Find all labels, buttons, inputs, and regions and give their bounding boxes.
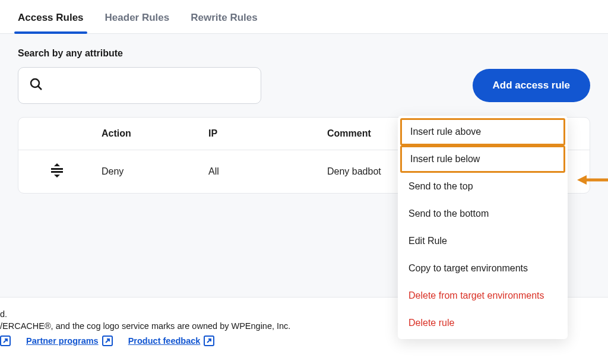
svg-rect-4 bbox=[51, 171, 63, 173]
annotation-arrow-icon bbox=[577, 173, 608, 186]
tab-rewrite-rules[interactable]: Rewrite Rules bbox=[191, 12, 257, 33]
search-label: Search by any attribute bbox=[18, 48, 590, 59]
column-header-action: Action bbox=[96, 118, 202, 150]
search-input[interactable] bbox=[50, 80, 250, 91]
external-link-icon bbox=[204, 335, 214, 346]
cell-ip: All bbox=[202, 150, 321, 194]
svg-marker-2 bbox=[54, 163, 60, 166]
row-context-menu: Insert rule above Insert rule below Send… bbox=[398, 116, 568, 339]
partner-programs-link[interactable]: Partner programs bbox=[26, 335, 113, 346]
drag-handle-icon[interactable] bbox=[49, 163, 65, 178]
partner-programs-label: Partner programs bbox=[26, 336, 99, 346]
tab-header-rules[interactable]: Header Rules bbox=[105, 12, 170, 33]
svg-point-0 bbox=[31, 79, 39, 87]
search-row: Add access rule bbox=[18, 67, 590, 104]
search-box[interactable] bbox=[18, 67, 261, 104]
menu-delete-environments[interactable]: Delete from target environments bbox=[398, 282, 568, 309]
column-header-ip: IP bbox=[202, 118, 321, 150]
menu-copy-environments[interactable]: Copy to target environments bbox=[398, 255, 568, 282]
search-icon bbox=[29, 77, 43, 94]
menu-send-top[interactable]: Send to the top bbox=[398, 173, 568, 200]
cell-action: Deny bbox=[96, 150, 202, 194]
product-feedback-label: Product feedback bbox=[128, 336, 201, 346]
svg-line-1 bbox=[38, 86, 42, 90]
svg-marker-7 bbox=[577, 175, 587, 185]
svg-marker-5 bbox=[54, 175, 60, 178]
tab-access-rules[interactable]: Access Rules bbox=[18, 12, 84, 33]
external-link-icon bbox=[0, 335, 11, 346]
product-feedback-link[interactable]: Product feedback bbox=[128, 335, 215, 346]
menu-delete-rule[interactable]: Delete rule bbox=[398, 309, 568, 337]
svg-rect-3 bbox=[51, 168, 63, 170]
add-access-rule-button[interactable]: Add access rule bbox=[473, 69, 590, 102]
menu-edit-rule[interactable]: Edit Rule bbox=[398, 227, 568, 255]
tabs-bar: Access Rules Header Rules Rewrite Rules bbox=[0, 0, 608, 34]
menu-insert-below[interactable]: Insert rule below bbox=[400, 145, 565, 173]
menu-insert-above[interactable]: Insert rule above bbox=[400, 118, 565, 145]
menu-send-bottom[interactable]: Send to the bottom bbox=[398, 200, 568, 227]
external-link-icon bbox=[102, 335, 113, 346]
